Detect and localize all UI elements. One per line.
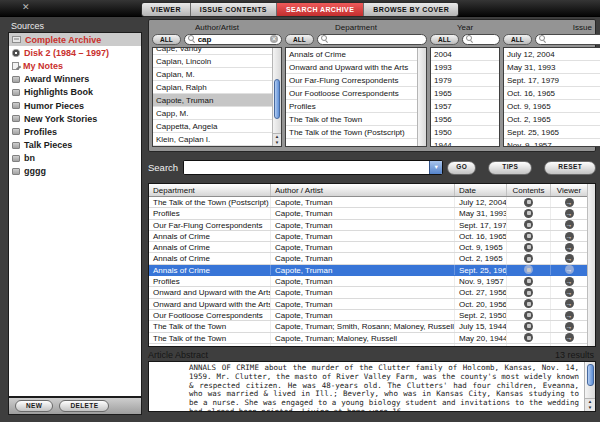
tab-browse-by-cover[interactable]: BROWSE BY COVER	[364, 3, 458, 16]
contents-icon[interactable]	[524, 299, 533, 308]
filter-list-item[interactable]: 1993	[431, 61, 499, 74]
filter-list-item[interactable]: Oct. 2, 1965	[504, 113, 600, 126]
scrollbar-thumb[interactable]	[274, 79, 280, 118]
sidebar-item-bn[interactable]: bn	[9, 152, 141, 165]
sidebar-item-disk-2-1984-1997[interactable]: Disk 2 (1984 – 1997)	[9, 46, 141, 59]
filter-list-item[interactable]: Oct. 16, 1965	[504, 87, 600, 100]
filter-list-item[interactable]: Caplan, Lincoln	[153, 55, 272, 68]
contents-icon[interactable]	[524, 220, 533, 229]
table-row[interactable]: The Talk of the TownCapote, Truman; Smit…	[149, 321, 595, 332]
table-row[interactable]: Annals of CrimeCapote, TrumanOct. 16, 19…	[149, 231, 595, 242]
contents-icon[interactable]	[524, 243, 533, 252]
filter-list-item[interactable]: Our Footloose Correspondents	[286, 87, 417, 100]
filter-list-item[interactable]: Onward and Upward with the Arts	[286, 61, 417, 74]
filter-search-input[interactable]	[549, 35, 600, 44]
tab-viewer[interactable]: VIEWER	[142, 3, 191, 16]
sidebar-item-complete-archive[interactable]: Complete Archive	[9, 33, 141, 46]
viewer-icon[interactable]: →	[565, 265, 574, 274]
filter-list-item[interactable]: Klein, Caplan I.	[153, 133, 272, 146]
table-row[interactable]: ProfilesCapote, TrumanMay 31, 1993→	[149, 208, 595, 219]
filter-list-item[interactable]: Cape, Vandy	[153, 47, 272, 55]
tips-button[interactable]: TIPS	[488, 161, 532, 175]
filter-list-item[interactable]: 1956	[431, 113, 499, 126]
all-button[interactable]: ALL	[503, 34, 532, 45]
filter-list-item[interactable]: May 31, 1993	[504, 61, 600, 74]
viewer-icon[interactable]: →	[565, 277, 574, 286]
contents-icon[interactable]	[524, 288, 533, 297]
filter-list-item[interactable]: Oct. 9, 1965	[504, 100, 600, 113]
sidebar-item-talk-pieces[interactable]: Talk Pieces	[9, 139, 141, 152]
viewer-icon[interactable]: →	[565, 311, 574, 320]
all-button[interactable]: ALL	[285, 34, 314, 45]
all-button[interactable]: ALL	[152, 34, 181, 45]
table-row[interactable]: Annals of CrimeCapote, TrumanSept. 25, 1…	[149, 265, 595, 276]
filter-list-item[interactable]: Sept. 17, 1979	[504, 74, 600, 87]
scrollbar-thumb[interactable]	[587, 364, 594, 386]
filter-list-item[interactable]: Caplan, Ralph	[153, 81, 272, 94]
scroll-down-icon[interactable]: ▼	[275, 140, 279, 146]
tab-search-archive[interactable]: SEARCH ARCHIVE	[277, 3, 364, 16]
filter-list-item[interactable]: Capp, M.	[153, 107, 272, 120]
filter-list-item[interactable]: Annals of Crime	[286, 48, 417, 61]
table-row[interactable]: Onward and Upward with the ArtsCapote, T…	[149, 299, 595, 310]
viewer-icon[interactable]: →	[565, 299, 574, 308]
filter-list-item[interactable]: 1965	[431, 87, 499, 100]
list-scrollbar[interactable]: ▲▼	[272, 48, 281, 146]
table-row[interactable]: Our Far-Flung CorrespondentsCapote, Trum…	[149, 220, 595, 231]
list-scrollbar[interactable]	[417, 48, 426, 146]
contents-icon[interactable]	[524, 198, 533, 207]
sidebar-item-humor-pieces[interactable]: Humor Pieces	[9, 99, 141, 112]
filter-list-item[interactable]: Capote, Truman	[153, 94, 272, 107]
table-row[interactable]: Our Footloose CorrespondentsCapote, Trum…	[149, 310, 595, 321]
contents-icon[interactable]	[524, 232, 533, 241]
viewer-icon[interactable]: →	[565, 198, 574, 207]
table-row[interactable]: Onward and Upward with the ArtsCapote, T…	[149, 287, 595, 298]
delete-button[interactable]: DELETE	[59, 400, 109, 413]
filter-list-item[interactable]: Caplan, M.	[153, 68, 272, 81]
clear-icon[interactable]: ✕	[270, 35, 278, 43]
viewer-icon[interactable]: →	[565, 322, 574, 331]
table-row[interactable]: Annals of CrimeCapote, TrumanOct. 9, 196…	[149, 242, 595, 253]
search-input[interactable]	[184, 161, 429, 174]
filter-list-item[interactable]: 2004	[431, 48, 499, 61]
filter-search-input[interactable]	[198, 35, 268, 44]
viewer-icon[interactable]: →	[565, 209, 574, 218]
contents-icon[interactable]	[524, 209, 533, 218]
filter-search-input[interactable]	[476, 35, 496, 44]
contents-icon[interactable]	[524, 322, 533, 331]
table-row[interactable]: The Talk of the TownCapote, Truman; Malo…	[149, 333, 595, 344]
contents-icon[interactable]	[524, 265, 533, 274]
sidebar-item-gggg[interactable]: gggg	[9, 165, 141, 178]
viewer-icon[interactable]: →	[565, 243, 574, 252]
viewer-icon[interactable]: →	[565, 220, 574, 229]
filter-list-item[interactable]: 1979	[431, 74, 499, 87]
filter-list-item[interactable]: Patsy, L., Capt.	[153, 146, 272, 147]
all-button[interactable]: ALL	[430, 34, 459, 45]
filter-list-item[interactable]: Cappetta, Angela	[153, 120, 272, 133]
contents-icon[interactable]	[524, 254, 533, 263]
search-dropdown-button[interactable]: ▼	[429, 161, 442, 174]
sidebar-item-my-notes[interactable]: My Notes	[9, 59, 141, 72]
table-row[interactable]: ProfilesCapote, TrumanNov. 9, 1957→	[149, 276, 595, 287]
filter-list-item[interactable]: The Talk of the Town (Postscript)	[286, 126, 417, 139]
table-row[interactable]: Annals of CrimeCapote, TrumanOct. 2, 196…	[149, 253, 595, 264]
abstract-scrollbar[interactable]: ▲▼	[584, 362, 595, 411]
new-button[interactable]: NEW	[15, 400, 53, 413]
sidebar-item-new-york-stories[interactable]: New York Stories	[9, 112, 141, 125]
sidebar-item-award-winners[interactable]: Award Winners	[9, 73, 141, 86]
viewer-icon[interactable]: →	[565, 333, 574, 342]
tab-issue-contents[interactable]: ISSUE CONTENTS	[191, 3, 277, 16]
sidebar-item-profiles[interactable]: Profiles	[9, 125, 141, 138]
reset-button[interactable]: RESET	[544, 161, 596, 175]
filter-list-item[interactable]: July 12, 2004	[504, 48, 600, 61]
table-row[interactable]: The Talk of the Town (Postscript)Capote,…	[149, 197, 595, 208]
contents-icon[interactable]	[524, 333, 533, 342]
sidebar-item-highlights-book[interactable]: Highlights Book	[9, 86, 141, 99]
scroll-down-icon[interactable]: ▼	[588, 405, 592, 411]
filter-list-item[interactable]: Our Far-Flung Correspondents	[286, 74, 417, 87]
contents-icon[interactable]	[524, 277, 533, 286]
go-button[interactable]: GO	[447, 161, 476, 175]
results-scrollbar[interactable]	[587, 184, 595, 346]
filter-list-item[interactable]: The Talk of the Town	[286, 113, 417, 126]
filter-list-item[interactable]: 1957	[431, 100, 499, 113]
